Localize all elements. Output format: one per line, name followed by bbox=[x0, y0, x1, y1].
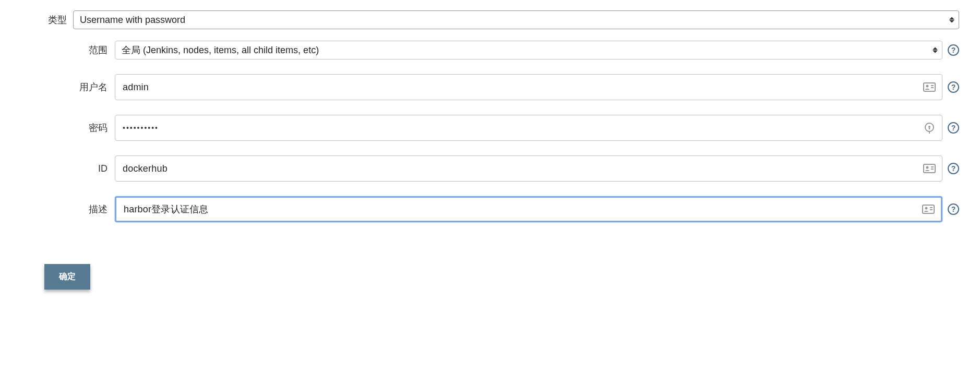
submit-button[interactable]: 确定 bbox=[44, 264, 90, 290]
password-label: 密码 bbox=[21, 122, 115, 134]
lock-icon bbox=[923, 123, 936, 133]
description-label: 描述 bbox=[21, 203, 115, 215]
svg-point-7 bbox=[926, 166, 929, 169]
password-input[interactable]: •••••••••• bbox=[115, 115, 942, 141]
help-icon[interactable]: ? bbox=[948, 163, 959, 174]
password-value: •••••••••• bbox=[123, 124, 159, 132]
password-row: 密码 •••••••••• ? bbox=[21, 115, 959, 141]
type-label: 类型 bbox=[21, 14, 73, 26]
type-row: 类型 Username with password bbox=[21, 10, 959, 29]
type-select-value: Username with password bbox=[80, 15, 185, 26]
scope-row: 范围 全局 (Jenkins, nodes, items, all child … bbox=[21, 41, 959, 59]
scope-label: 范围 bbox=[21, 44, 115, 56]
svg-point-1 bbox=[926, 85, 929, 88]
description-input[interactable]: harbor登录认证信息 bbox=[115, 196, 942, 222]
contact-card-icon bbox=[923, 164, 936, 173]
select-arrows-icon bbox=[949, 17, 954, 23]
help-icon[interactable]: ? bbox=[948, 203, 959, 215]
description-row: 描述 harbor登录认证信息 ? bbox=[21, 196, 959, 222]
username-value: admin bbox=[123, 82, 149, 93]
type-select[interactable]: Username with password bbox=[73, 10, 959, 29]
svg-point-5 bbox=[928, 126, 930, 128]
scope-select[interactable]: 全局 (Jenkins, nodes, items, all child ite… bbox=[115, 41, 942, 59]
username-input[interactable]: admin bbox=[115, 74, 942, 100]
id-input[interactable]: dockerhub bbox=[115, 155, 942, 182]
contact-card-icon bbox=[923, 82, 936, 92]
username-row: 用户名 admin ? bbox=[21, 74, 959, 100]
help-icon[interactable]: ? bbox=[948, 81, 959, 93]
submit-row: 确定 bbox=[21, 264, 959, 290]
scope-select-value: 全局 (Jenkins, nodes, items, all child ite… bbox=[122, 44, 319, 56]
select-arrows-icon bbox=[933, 47, 938, 53]
id-row: ID dockerhub ? bbox=[21, 155, 959, 182]
help-icon[interactable]: ? bbox=[948, 44, 959, 56]
contact-card-icon bbox=[922, 205, 935, 214]
id-value: dockerhub bbox=[123, 163, 168, 174]
help-icon[interactable]: ? bbox=[948, 122, 959, 134]
description-value: harbor登录认证信息 bbox=[124, 203, 208, 215]
id-label: ID bbox=[21, 163, 115, 174]
svg-point-11 bbox=[925, 207, 928, 210]
username-label: 用户名 bbox=[21, 81, 115, 93]
